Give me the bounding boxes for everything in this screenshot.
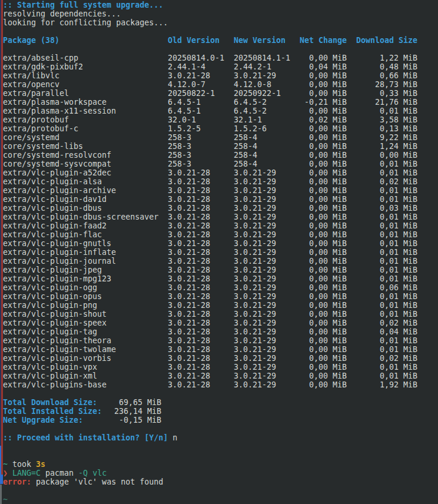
package-name: extra/vlc-plugin-faad2: [3, 221, 168, 230]
download-size: 0,01 MiB: [347, 239, 417, 248]
old-version: 3.0.21-28: [168, 239, 234, 248]
package-name: extra/parallel: [3, 89, 168, 98]
proceed-question: :: Proceed with installation? [Y/n]: [3, 433, 168, 442]
package-row: extra/vlc-plugin-alsa3.0.21-283.0.21-290…: [0, 177, 438, 186]
package-row: core/systemd-libs258-3258-40,00 MiB1,24 …: [0, 142, 438, 151]
package-name: extra/vlc-plugin-opus: [3, 292, 168, 301]
package-row: extra/vlc-plugin-theora3.0.21-283.0.21-2…: [0, 336, 438, 345]
terminal-window[interactable]: :: Starting full system upgrade... resol…: [0, 0, 438, 504]
new-version: 258-4: [234, 142, 300, 151]
net-change: 0,00 MiB: [300, 274, 347, 283]
duration-line: ~ took 3s: [0, 460, 438, 469]
download-size: 0,01 MiB: [347, 292, 417, 301]
package-name: extra/plasma-x11-session: [3, 107, 168, 115]
package-name: extra/vlc-plugin-tag: [3, 327, 168, 336]
package-name: extra/vlc-plugin-mpg123: [3, 274, 168, 283]
package-name: extra/vlc-plugin-dbus: [3, 204, 168, 213]
new-version: 3.0.21-29: [234, 301, 300, 310]
download-size: 0,01 MiB: [347, 345, 417, 354]
new-version: 2.44.2-1: [234, 62, 300, 71]
package-row: extra/vlc-plugin-faad23.0.21-283.0.21-29…: [0, 221, 438, 230]
package-row: extra/vlc-plugin-mpg1233.0.21-283.0.21-2…: [0, 274, 438, 283]
new-version: 3.0.21-29: [234, 319, 300, 327]
net-change: 0,00 MiB: [300, 336, 347, 345]
package-name: extra/opencv: [3, 80, 168, 89]
net-change: 0,00 MiB: [300, 372, 347, 380]
total-installed-label: Total Installed Size:: [3, 407, 102, 416]
net-change: 0,00 MiB: [300, 80, 347, 89]
download-size: 21,76 MiB: [347, 98, 417, 107]
header-package: Package (38): [3, 36, 168, 45]
package-row: extra/vlc-plugins-base3.0.21-283.0.21-29…: [0, 380, 438, 389]
old-version: 32.0-1: [168, 115, 234, 124]
package-name: extra/vlc-plugin-shout: [3, 310, 168, 319]
net-change: 0,00 MiB: [300, 345, 347, 354]
old-version: 3.0.21-28: [168, 380, 234, 389]
net-change: 0,00 MiB: [300, 248, 347, 257]
package-row: extra/vlc-plugin-opus3.0.21-283.0.21-290…: [0, 292, 438, 301]
package-name: extra/vlc-plugin-dav1d: [3, 195, 168, 204]
net-change: 0,00 MiB: [300, 380, 347, 389]
download-size: 0,03 MiB: [347, 204, 417, 213]
old-version: 3.0.21-28: [168, 354, 234, 363]
package-row: extra/gdk-pixbuf22.44.1-42.44.2-10,04 Mi…: [0, 62, 438, 71]
old-version: 2.44.1-4: [168, 62, 234, 71]
total-download-label: Total Download Size:: [3, 398, 97, 407]
new-version: 3.0.21-29: [234, 177, 300, 186]
old-version: 20250822-1: [168, 89, 234, 98]
net-change: 0,00 MiB: [300, 71, 347, 80]
package-name: extra/vlc-plugin-vpx: [3, 363, 168, 372]
package-name: extra/vlc-plugin-speex: [3, 319, 168, 327]
new-version: 4.12.0-8: [234, 80, 300, 89]
command-env: LANG=C: [12, 469, 41, 478]
package-name: extra/vlc-plugin-alsa: [3, 177, 168, 186]
package-row: extra/vlc-plugin-a52dec3.0.21-283.0.21-2…: [0, 168, 438, 177]
download-size: 0,01 MiB: [347, 310, 417, 319]
package-row: extra/vlc-plugin-speex3.0.21-283.0.21-29…: [0, 319, 438, 327]
header-net-change: Net Change: [300, 36, 347, 45]
package-row: extra/vlc-plugin-gnutls3.0.21-283.0.21-2…: [0, 239, 438, 248]
old-version: 6.4.5-1: [168, 98, 234, 107]
new-version: 20250922-1: [234, 89, 300, 98]
new-version: 3.0.21-29: [234, 221, 300, 230]
new-version: 6.4.5-2: [234, 98, 300, 107]
command-argument: vlc: [92, 469, 107, 478]
download-size: 0,00 MiB: [347, 151, 417, 160]
package-row: extra/vlc-plugin-jpeg3.0.21-283.0.21-290…: [0, 266, 438, 274]
package-name: extra/vlc-plugin-journal: [3, 257, 168, 266]
package-row: extra/protobuf-c1.5.2-51.5.2-60,00 MiB0,…: [0, 124, 438, 133]
header-old-version: Old Version: [168, 36, 234, 45]
old-version: 3.0.21-28: [168, 266, 234, 274]
download-size: 0,01 MiB: [347, 160, 417, 168]
download-size: 0,01 MiB: [347, 221, 417, 230]
new-version: 3.0.21-29: [234, 274, 300, 283]
gutter-grey-marker: [0, 485, 2, 504]
upgrade-start-message: :: Starting full system upgrade...: [3, 1, 163, 9]
net-change: 0,00 MiB: [300, 239, 347, 248]
header-download-size: Download Size: [347, 36, 417, 45]
package-name: extra/vlc-plugin-jpeg: [3, 266, 168, 274]
net-change: -0,21 MiB: [300, 98, 347, 107]
package-rows: extra/abseil-cpp20250814.0-120250814.1-1…: [0, 54, 438, 389]
net-change: 0,00 MiB: [300, 354, 347, 363]
download-size: 0,33 MiB: [347, 89, 417, 98]
package-row: extra/vlc-plugin-dbus3.0.21-283.0.21-290…: [0, 204, 438, 213]
package-name: core/systemd-resolvconf: [3, 151, 168, 160]
old-version: 3.0.21-28: [168, 230, 234, 239]
package-row: extra/vlc-plugin-xml3.0.21-283.0.21-290,…: [0, 372, 438, 380]
new-version: 3.0.21-29: [234, 292, 300, 301]
old-version: 3.0.21-28: [168, 248, 234, 257]
new-version: 3.0.21-29: [234, 71, 300, 80]
old-version: 3.0.21-28: [168, 177, 234, 186]
old-version: 3.0.21-28: [168, 301, 234, 310]
package-name: extra/libvlc: [3, 71, 168, 80]
new-version: 3.0.21-29: [234, 213, 300, 221]
net-upgrade-line: Net Upgrade Size: -0,15 MiB: [3, 416, 161, 425]
package-name: extra/plasma-workspace: [3, 98, 168, 107]
old-version: 3.0.21-28: [168, 292, 234, 301]
net-change: 0,00 MiB: [300, 89, 347, 98]
package-row: extra/vlc-plugin-vpx3.0.21-283.0.21-290,…: [0, 363, 438, 372]
package-name: extra/vlc-plugin-dbus-screensaver: [3, 213, 168, 221]
net-change: 0,00 MiB: [300, 266, 347, 274]
package-row: extra/plasma-workspace6.4.5-16.4.5-2-0,2…: [0, 98, 438, 107]
